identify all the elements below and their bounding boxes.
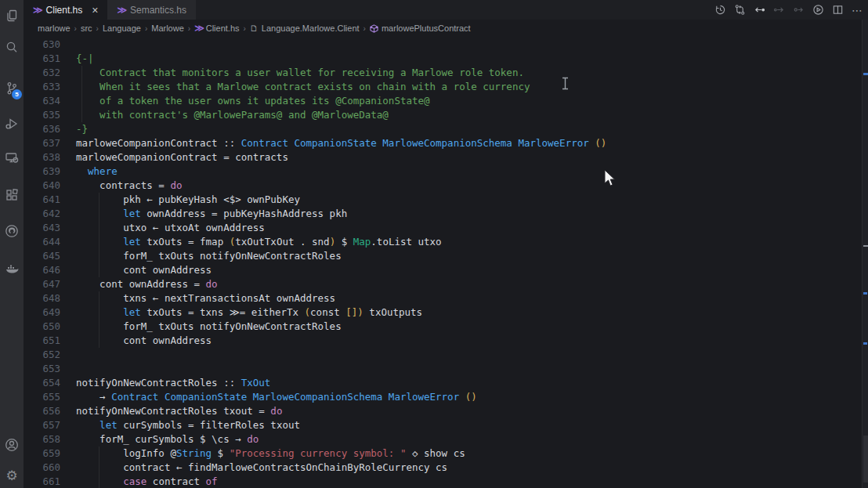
sidebar-item-github[interactable] <box>0 221 24 244</box>
sidebar-item-run-debug[interactable] <box>0 114 24 137</box>
line-number[interactable]: 633 <box>24 80 60 94</box>
code-line[interactable]: 647 cont ownAddress = do <box>24 277 862 291</box>
line-number[interactable]: 657 <box>24 418 60 432</box>
code-line[interactable]: 656notifyOnNewContractRoles txout = do <box>24 404 862 418</box>
code-line[interactable]: 643 utxo ← utxoAt ownAddress <box>24 221 862 235</box>
line-number[interactable]: 634 <box>24 94 60 108</box>
editor-actions: ⋯ <box>714 0 863 20</box>
extensions-icon <box>4 187 20 206</box>
sidebar-item-explorer[interactable] <box>0 5 24 29</box>
code-line[interactable]: 651 cont ownAddress <box>24 334 862 348</box>
code-line[interactable]: 640 contracts = do <box>24 179 862 193</box>
code-line[interactable]: 646 cont ownAddress <box>24 263 862 277</box>
code-line[interactable]: 654notifyOnNewContractRoles :: TxOut <box>24 376 862 390</box>
sidebar-item-docker[interactable] <box>0 258 24 282</box>
line-number[interactable]: 658 <box>24 432 60 446</box>
line-number[interactable]: 635 <box>24 108 60 122</box>
line-number[interactable]: 630 <box>24 38 60 52</box>
history-icon[interactable] <box>714 4 726 16</box>
remote-monitor-icon <box>4 150 20 168</box>
sidebar-item-remote-explorer[interactable] <box>0 147 24 171</box>
code-line[interactable]: 644 let txOuts = fmap (txOutTxOut . snd)… <box>24 235 862 249</box>
code-text: Contract that monitors a user wallet for… <box>60 66 524 80</box>
breadcrumb-client-hs[interactable]: ≫Client.hs <box>194 23 239 34</box>
line-number[interactable]: 642 <box>24 207 60 221</box>
navigate-back-icon[interactable] <box>753 4 765 16</box>
line-number[interactable]: 640 <box>24 179 60 193</box>
line-number[interactable]: 631 <box>24 52 60 66</box>
code-line[interactable]: 649 let txOuts = txns ≫= eitherTx (const… <box>24 305 862 320</box>
sidebar-item-source-control[interactable]: 5 <box>0 78 24 102</box>
code-line[interactable]: 659 logInfo @String $ "Processing curren… <box>24 446 862 461</box>
line-number[interactable]: 644 <box>24 235 60 249</box>
line-number[interactable]: 654 <box>24 376 60 390</box>
code-line[interactable]: 635 with contract's @MarloweParams@ and … <box>24 108 862 122</box>
minimap[interactable] <box>862 20 868 488</box>
code-line[interactable]: 636-} <box>24 122 862 136</box>
code-text: cont ownAddress = do <box>60 277 218 291</box>
line-number[interactable]: 648 <box>24 291 60 305</box>
code-line[interactable]: 633 When it sees that a Marlowe contract… <box>24 80 862 94</box>
code-line[interactable]: 637marloweCompanionContract :: Contract … <box>24 136 862 150</box>
code-line[interactable]: 641 pkh ← pubKeyHash <$> ownPubKey <box>24 193 862 207</box>
line-number[interactable]: 638 <box>24 150 60 164</box>
line-number[interactable]: 637 <box>24 136 60 150</box>
line-number[interactable]: 646 <box>24 263 60 277</box>
code-line[interactable]: 650 forM_ txOuts notifyOnNewContractRole… <box>24 320 862 334</box>
run-icon[interactable] <box>812 4 824 16</box>
git-compare-icon[interactable] <box>733 4 746 16</box>
breadcrumb-marlowe-dir[interactable]: Marlowe <box>151 23 184 33</box>
navigate-forward-alt-icon[interactable] <box>792 4 805 16</box>
breadcrumb-src[interactable]: src <box>81 23 92 33</box>
code-line[interactable]: 645 forM_ txOuts notifyOnNewContractRole… <box>24 249 862 263</box>
code-line[interactable]: 657 let curSymbols = filterRoles txout <box>24 418 862 432</box>
line-number[interactable]: 632 <box>24 66 60 80</box>
line-number[interactable]: 639 <box>24 164 60 179</box>
line-number[interactable]: 647 <box>24 277 60 291</box>
code-line[interactable]: 661 case contract of <box>24 475 862 488</box>
line-number[interactable]: 650 <box>24 320 60 334</box>
line-number[interactable]: 645 <box>24 249 60 263</box>
account-button[interactable] <box>0 435 24 458</box>
sidebar-item-search[interactable] <box>0 38 24 61</box>
line-number[interactable]: 641 <box>24 193 60 207</box>
line-number[interactable]: 653 <box>24 362 60 376</box>
split-editor-icon[interactable] <box>831 4 844 16</box>
code-line[interactable]: 639 where <box>24 164 862 179</box>
code-line[interactable]: 648 txns ← nextTransactionsAt ownAddress <box>24 291 862 305</box>
code-line[interactable]: 655 → Contract CompanionState MarloweCom… <box>24 390 862 404</box>
line-number[interactable]: 661 <box>24 475 60 488</box>
code-line[interactable]: 652 <box>24 348 862 362</box>
code-text: where <box>60 164 118 179</box>
sidebar-item-extensions[interactable] <box>0 185 24 208</box>
code-editor[interactable]: 630631{-|632 Contract that monitors a us… <box>24 38 862 488</box>
close-icon[interactable]: × <box>92 4 98 16</box>
breadcrumb-module[interactable]: 🗋Language.Marlowe.Client <box>250 23 360 33</box>
line-number[interactable]: 655 <box>24 390 60 404</box>
line-number[interactable]: 660 <box>24 461 60 475</box>
navigate-forward-icon[interactable] <box>772 4 785 16</box>
code-line[interactable]: 631{-| <box>24 52 862 66</box>
code-line[interactable]: 632 Contract that monitors a user wallet… <box>24 66 862 80</box>
code-line[interactable]: 630 <box>24 38 862 52</box>
code-line[interactable]: 634 of a token the user owns it updates … <box>24 94 862 108</box>
code-line[interactable]: 658 forM_ curSymbols $ \cs → do <box>24 432 862 446</box>
code-line[interactable]: 653 <box>24 362 862 376</box>
code-line[interactable]: 638marloweCompanionContract = contracts <box>24 150 862 164</box>
code-line[interactable]: 660 contract ← findMarloweContractsOnCha… <box>24 461 862 475</box>
tab-client-hs[interactable]: ≫ Client.hs × <box>24 0 107 20</box>
tab-semantics-hs[interactable]: ≫ Semantics.hs <box>107 0 196 20</box>
breadcrumb-marlowe[interactable]: marlowe <box>38 23 71 33</box>
line-number[interactable]: 636 <box>24 122 60 136</box>
line-number[interactable]: 659 <box>24 446 60 461</box>
code-line[interactable]: 642 let ownAddress = pubKeyHashAddress p… <box>24 207 862 221</box>
line-number[interactable]: 656 <box>24 404 60 418</box>
line-number[interactable]: 643 <box>24 221 60 235</box>
settings-button[interactable]: ⚙ <box>0 464 24 487</box>
line-number[interactable]: 649 <box>24 305 60 320</box>
line-number[interactable]: 652 <box>24 348 60 362</box>
breadcrumb-language[interactable]: Language <box>103 23 141 33</box>
line-number[interactable]: 651 <box>24 334 60 348</box>
breadcrumb-symbol[interactable]: marlowePlutusContract <box>370 23 471 33</box>
more-actions-icon[interactable]: ⋯ <box>851 4 863 16</box>
